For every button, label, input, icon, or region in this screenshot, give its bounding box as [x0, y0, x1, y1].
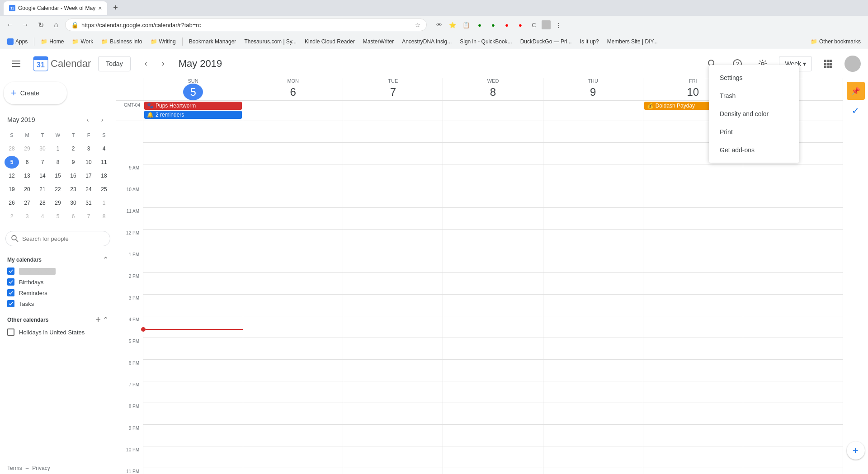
day-num-9[interactable]: 9	[583, 84, 603, 100]
reload-button[interactable]: ↻	[34, 19, 47, 31]
mini-cal-next[interactable]: ›	[96, 113, 108, 126]
mini-cal-day-9[interactable]: 9	[66, 156, 80, 169]
mini-cal-day-3[interactable]: 3	[20, 210, 34, 223]
mini-cal-day-29[interactable]: 29	[20, 142, 34, 155]
bookmark-duckduckgo[interactable]: DuckDuckGo — Pri...	[517, 37, 576, 47]
mini-cal-day-7[interactable]: 7	[35, 156, 50, 169]
new-tab-button[interactable]: +	[109, 2, 122, 14]
extension-btn-8[interactable]: C	[528, 19, 540, 31]
dropdown-settings[interactable]: Settings	[709, 69, 799, 87]
calendar-item-holidays[interactable]: Holidays in United States	[4, 327, 112, 338]
keep-icon-btn[interactable]: 📌	[847, 82, 865, 100]
bookmark-thesaurus[interactable]: Thesaurus.com | Sy...	[241, 37, 300, 47]
mini-cal-day-1[interactable]: 1	[97, 197, 111, 209]
bookmark-business[interactable]: 📁 Business info	[98, 37, 146, 47]
calendar-item-user[interactable]: User calendar	[4, 266, 112, 277]
extension-btn-6[interactable]: ●	[501, 19, 513, 31]
mini-cal-day-13[interactable]: 13	[20, 169, 34, 182]
mini-cal-day-27[interactable]: 27	[20, 197, 34, 209]
mini-cal-day-11[interactable]: 11	[97, 156, 111, 169]
mini-cal-day-17[interactable]: 17	[81, 169, 96, 182]
extension-btn-5[interactable]: ●	[487, 19, 499, 31]
mini-cal-day-29[interactable]: 29	[51, 197, 65, 209]
mini-cal-day-30[interactable]: 30	[35, 142, 50, 155]
add-fab-button[interactable]: +	[847, 441, 865, 460]
my-calendars-header[interactable]: My calendars ⌃	[4, 253, 112, 266]
dropdown-print[interactable]: Print	[709, 123, 799, 141]
extension-btn-4[interactable]: ●	[474, 19, 486, 31]
mini-cal-prev[interactable]: ‹	[81, 113, 94, 126]
mini-cal-day-15[interactable]: 15	[51, 169, 65, 182]
calendar-item-birthdays[interactable]: Birthdays	[4, 277, 112, 287]
add-calendar-button[interactable]: +	[95, 314, 101, 325]
extension-btn-2[interactable]: ⭐	[447, 19, 458, 31]
bookmark-ancestry[interactable]: AncestryDNA Insig...	[398, 37, 455, 47]
mini-cal-day-21[interactable]: 21	[35, 183, 50, 196]
mini-cal-day-16[interactable]: 16	[66, 169, 80, 182]
bookmark-masterwriter[interactable]: MasterWriter	[359, 37, 397, 47]
bookmark-work[interactable]: 📁 Work	[68, 37, 97, 47]
mini-cal-day-4[interactable]: 4	[35, 210, 50, 223]
mini-cal-day-23[interactable]: 23	[66, 183, 80, 196]
home-button[interactable]: ⌂	[50, 19, 62, 31]
day-num-7[interactable]: 7	[383, 84, 403, 100]
bookmark-home[interactable]: 📁 Home	[37, 37, 67, 47]
google-apps-button[interactable]	[819, 55, 837, 73]
calendar-item-reminders[interactable]: Reminders	[4, 287, 112, 298]
address-bar[interactable]: 🔒 https://calendar.google.com/calendar/r…	[65, 19, 427, 31]
tab-close-btn[interactable]: ×	[98, 5, 102, 12]
mini-cal-day-5[interactable]: 5	[5, 156, 19, 169]
create-button[interactable]: + Create	[4, 82, 67, 104]
next-period-button[interactable]: ›	[155, 56, 171, 72]
bookmark-manager[interactable]: Bookmark Manager	[185, 37, 240, 47]
bookmark-writing[interactable]: 📁 Writing	[147, 37, 179, 47]
mini-cal-day-4[interactable]: 4	[97, 142, 111, 155]
mini-cal-day-10[interactable]: 10	[81, 156, 96, 169]
search-people-input[interactable]	[22, 235, 104, 242]
calendar-checkbox-birthdays[interactable]	[7, 278, 14, 286]
mini-cal-day-28[interactable]: 28	[35, 197, 50, 209]
calendar-item-tasks[interactable]: Tasks	[4, 298, 112, 309]
mini-cal-day-30[interactable]: 30	[66, 197, 80, 209]
mini-cal-day-24[interactable]: 24	[81, 183, 96, 196]
calendar-checkbox-tasks[interactable]	[7, 300, 14, 307]
privacy-link[interactable]: Privacy	[32, 465, 50, 471]
bookmark-other[interactable]: 📁 Other bookmarks	[807, 37, 864, 47]
mini-cal-day-20[interactable]: 20	[20, 183, 34, 196]
mini-cal-day-8[interactable]: 8	[51, 156, 65, 169]
day-num-10[interactable]: 10	[683, 84, 703, 100]
prev-period-button[interactable]: ‹	[138, 56, 154, 72]
terms-link[interactable]: Terms	[7, 465, 22, 471]
more-options-btn[interactable]: ⋮	[552, 19, 564, 31]
mini-cal-day-7[interactable]: 7	[81, 210, 96, 223]
bookmark-apps[interactable]: Apps	[4, 37, 31, 47]
mini-cal-day-19[interactable]: 19	[5, 183, 19, 196]
mini-cal-day-22[interactable]: 22	[51, 183, 65, 196]
search-people-field[interactable]	[5, 231, 110, 246]
mini-cal-day-18[interactable]: 18	[97, 169, 111, 182]
menu-button[interactable]	[7, 55, 25, 73]
extension-btn-7[interactable]: ●	[514, 19, 526, 31]
bookmark-star-icon[interactable]: ☆	[415, 21, 421, 28]
event-reminders[interactable]: 🔔 2 reminders	[144, 111, 242, 119]
mini-cal-day-31[interactable]: 31	[81, 197, 96, 209]
mini-cal-day-6[interactable]: 6	[66, 210, 80, 223]
profile-btn[interactable]	[542, 20, 551, 29]
dropdown-density[interactable]: Density and color	[709, 105, 799, 123]
day-num-5[interactable]: 5	[183, 84, 203, 100]
mini-cal-day-6[interactable]: 6	[20, 156, 34, 169]
forward-button[interactable]: →	[19, 19, 32, 31]
user-avatar[interactable]	[844, 56, 861, 72]
extension-btn-1[interactable]: 👁	[433, 19, 445, 31]
bookmark-isitup[interactable]: Is it up?	[576, 37, 603, 47]
dropdown-addons[interactable]: Get add-ons	[709, 141, 799, 159]
bookmark-quickbook[interactable]: Sign in - QuickBook...	[456, 37, 515, 47]
mini-cal-day-3[interactable]: 3	[81, 142, 96, 155]
mini-cal-day-14[interactable]: 14	[35, 169, 50, 182]
bookmark-members[interactable]: Members Site | DIY...	[604, 37, 661, 47]
calendar-checkbox-user[interactable]	[7, 268, 14, 275]
mini-cal-day-1[interactable]: 1	[51, 142, 65, 155]
active-tab[interactable]: 31 Google Calendar - Week of May ×	[4, 1, 107, 15]
tasks-icon-btn[interactable]: ✓	[847, 102, 865, 120]
event-pups-heartworm[interactable]: 🐾 Pups Heartworm	[144, 102, 242, 110]
